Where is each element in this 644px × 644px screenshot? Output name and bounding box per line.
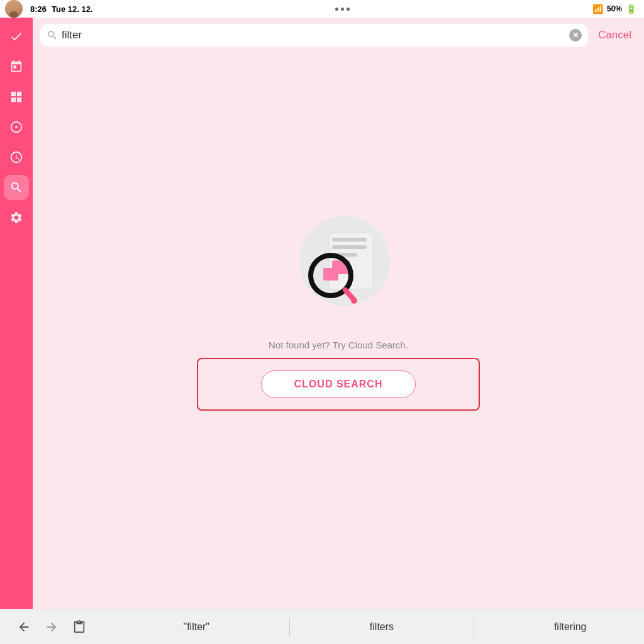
calendar-icon [9,60,23,74]
avatar-image [5,0,23,18]
cancel-button[interactable]: Cancel [593,26,636,44]
bottom-bar: "filter" filters filtering [0,609,644,644]
search-illustration [275,201,401,327]
grid-icon [9,90,23,104]
forward-button[interactable] [38,613,65,641]
status-time: 8:26 [30,4,47,14]
back-button[interactable] [10,613,38,641]
search-icon [9,180,23,194]
suggestion-filter-quoted[interactable]: "filter" [173,616,219,638]
status-date: Tue 12. 12. [52,4,93,14]
cloud-search-highlight-box: CLOUD SEARCH [197,358,480,411]
svg-rect-5 [332,245,367,249]
three-dots [335,8,350,11]
wifi-icon: 📶 [592,4,603,14]
search-input-wrap: ✕ [40,24,588,47]
clipboard-icon [72,620,86,634]
main-content: ✕ Cancel [33,18,644,609]
keyboard-suggestions: "filter" filters filtering [126,616,644,638]
svg-rect-4 [332,238,367,242]
sidebar [0,18,33,609]
dot-3 [347,8,350,11]
dot-2 [341,8,344,11]
cloud-search-button[interactable]: CLOUD SEARCH [261,370,416,398]
nav-buttons [0,613,126,641]
checkmark-icon [9,30,23,43]
divider-2 [474,618,474,636]
sidebar-item-timer[interactable] [4,114,29,140]
svg-rect-10 [323,268,338,280]
divider-1 [289,618,290,636]
dot-1 [335,8,338,11]
battery-icon: 🔋 [626,4,636,14]
svg-point-12 [351,297,357,304]
search-input[interactable] [62,29,565,42]
sidebar-item-settings[interactable] [4,205,29,230]
empty-state: Not found yet? Try Cloud Search. CLOUD S… [33,53,644,609]
clear-button[interactable]: ✕ [569,29,582,42]
timer-icon [9,120,23,134]
suggestion-filters[interactable]: filters [360,616,404,638]
forward-icon [45,620,58,634]
avatar [5,0,23,18]
paste-button[interactable] [65,613,93,641]
sidebar-item-search[interactable] [4,175,29,200]
battery-level: 50% [607,4,622,13]
back-icon [17,620,31,634]
cloud-search-section: Not found yet? Try Cloud Search. CLOUD S… [197,340,480,411]
clock-icon [9,150,23,164]
suggestion-filtering[interactable]: filtering [544,616,597,638]
illustration-svg [275,201,401,327]
status-bar: 8:26 Tue 12. 12. 📶 50% 🔋 [0,0,644,18]
svg-point-1 [15,126,18,128]
sidebar-item-calendar[interactable] [4,54,29,79]
status-bar-right: 📶 50% 🔋 [592,4,636,14]
sidebar-item-checkmark[interactable] [4,24,29,49]
sidebar-item-clock[interactable] [4,145,29,170]
search-field-icon [47,30,58,41]
status-bar-left: 8:26 Tue 12. 12. [8,4,93,14]
search-bar-container: ✕ Cancel [33,18,644,53]
sidebar-item-grid[interactable] [4,84,29,109]
settings-icon [9,211,23,225]
not-found-text: Not found yet? Try Cloud Search. [269,340,408,350]
